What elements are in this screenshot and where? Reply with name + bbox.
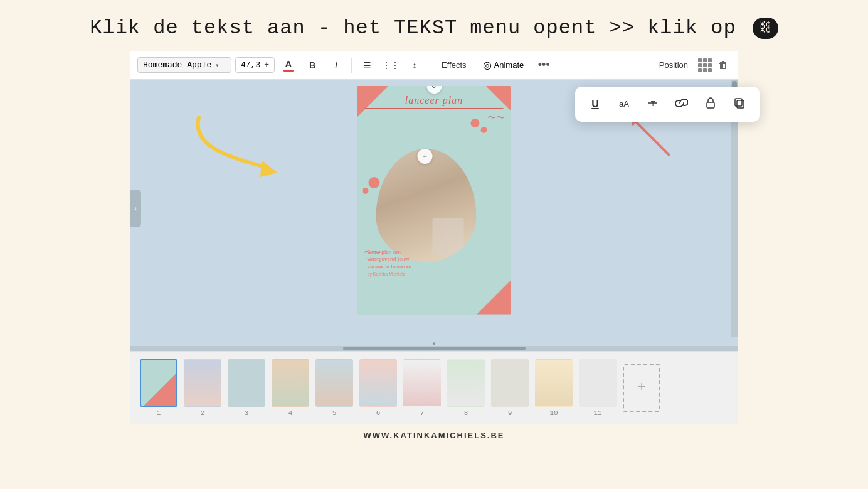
text-color-button[interactable]: A [278,55,299,75]
thumbnail-img-4 [272,359,309,407]
horizontal-scrollbar-thumb[interactable] [343,347,526,350]
list-icon: ⋮⋮ [382,60,400,70]
thumbnail-item-2[interactable]: 2 [184,359,221,417]
link-icon [675,99,688,110]
font-size-value: 47,3 [241,60,260,70]
thumbnail-img-10 [535,359,573,407]
dot-2 [481,127,487,133]
lock-button[interactable] [699,93,722,116]
underline-icon: U [591,99,599,110]
add-slide-button[interactable]: + [623,364,660,412]
align-button[interactable]: ☰ [357,55,377,75]
link-button[interactable] [670,93,693,116]
thumbnail-num-4: 4 [288,409,293,417]
trash-icon: 🗑 [718,60,728,70]
effects-button[interactable]: Effects [435,58,473,72]
font-selector[interactable]: Homemade Apple ▾ [137,57,231,73]
more-options-button[interactable]: ••• [534,55,554,75]
position-button[interactable]: Position [653,58,694,72]
position-label: Position [659,60,688,70]
thumbnail-num-6: 6 [376,409,381,417]
thumbnail-item-9[interactable]: 9 [491,359,529,417]
bold-button[interactable]: B [302,55,322,75]
card-title: lanceer plan [365,95,504,109]
animate-button[interactable]: ◎ Animate [477,56,531,73]
footer: WWW.KATINKAMICHIELS.BE [0,424,868,444]
bold-label: B [309,60,315,70]
svg-marker-5 [260,160,277,177]
thumbnail-img-9 [491,359,529,407]
svg-rect-4 [735,99,742,106]
dot-1 [471,119,480,127]
rotate-handle[interactable]: ↺ [426,86,442,94]
left-chevron-icon: ‹ [133,204,137,213]
thumbnail-num-5: 5 [332,409,337,417]
thumbnail-img-3 [228,359,265,407]
divider-2 [430,58,430,73]
copy-style-button[interactable] [728,93,751,116]
move-icon: ✛ [423,152,427,160]
copy-style-icon [734,97,745,111]
design-card-inner: lanceer plan 〜〜 〜〜 [357,86,511,315]
yellow-arrow-annotation [180,105,305,196]
text-color-letter: A [285,58,292,69]
thumbnail-img-6 [359,359,397,407]
font-size-plus-icon: + [264,60,269,70]
list-button[interactable]: ⋮⋮ [381,55,401,75]
effects-label: Effects [442,60,467,70]
animate-icon: ◎ [483,59,492,71]
toolbar: Homemade Apple ▾ 47,3 + A B I ☰ ⋮⋮ ↕ [130,51,738,80]
delete-button[interactable]: 🗑 [716,57,731,73]
underline-button[interactable]: U [584,93,606,116]
photo-circle [376,149,477,262]
thumbnail-item-6[interactable]: 6 [359,359,397,417]
thumbnail-num-8: 8 [464,409,468,417]
strikethrough-icon: T [647,97,659,111]
thumbnail-item-1[interactable]: 1 [140,359,177,417]
case-toggle-button[interactable]: aA [613,93,635,116]
svg-text:T: T [651,100,655,107]
thumbnail-item-5[interactable]: 5 [315,359,353,417]
footer-url: WWW.KATINKAMICHIELS.BE [363,431,504,440]
case-icon: aA [619,99,629,109]
thumbnail-img-1 [140,359,177,407]
italic-label: I [335,60,337,70]
header-title: Klik de tekst aan - het TEKST menu opent… [0,0,868,51]
spacing-button[interactable]: ↕ [405,55,425,75]
lock-icon [706,97,716,111]
thumbnail-item-10[interactable]: 10 [535,359,573,417]
thumbnail-num-3: 3 [245,409,249,417]
svg-rect-2 [707,102,714,108]
thumbnail-strip: 1 2 3 4 5 6 7 8 [130,351,738,424]
align-icon: ☰ [363,60,371,70]
thumbnail-item-3[interactable]: 3 [228,359,265,417]
font-name-label: Homemade Apple [143,60,211,70]
canvas-wrapper: Homemade Apple ▾ 47,3 + A B I ☰ ⋮⋮ ↕ [130,51,738,424]
design-card[interactable]: lanceer plan 〜〜 〜〜 [357,86,511,315]
card-bottom-text: Jouw plan om wnstgevend jouw cursus te l… [368,249,412,277]
font-size-control[interactable]: 47,3 + [235,57,275,73]
thumbnail-img-5 [315,359,353,407]
left-panel-tab[interactable]: ‹ [130,190,141,227]
move-handle[interactable]: ✛ [417,149,432,164]
thumbnail-item-4[interactable]: 4 [272,359,309,417]
grid-icon[interactable] [698,58,712,72]
thumbnail-num-1: 1 [157,409,161,417]
thumbnail-item-7[interactable]: 7 [403,359,441,417]
canvas-bottom-bar: ▾ [130,337,738,351]
corner-br-decoration [477,281,511,315]
chevron-down-icon: ▾ [215,62,219,69]
svg-rect-3 [737,100,744,108]
thumbnail-num-7: 7 [420,409,425,417]
thumbnail-item-11[interactable]: 11 [579,359,617,417]
strikethrough-button[interactable]: T [642,93,664,116]
thumbnail-item-8[interactable]: 8 [447,359,485,417]
italic-button[interactable]: I [326,55,346,75]
plus-icon: + [637,380,645,395]
wave-decoration-right: 〜〜 [487,112,505,124]
rotate-icon: ↺ [432,86,437,90]
color-indicator [283,70,294,72]
thumbnail-num-10: 10 [549,409,558,417]
horizontal-scrollbar[interactable] [130,346,738,351]
more-dots-icon: ••• [538,58,550,72]
